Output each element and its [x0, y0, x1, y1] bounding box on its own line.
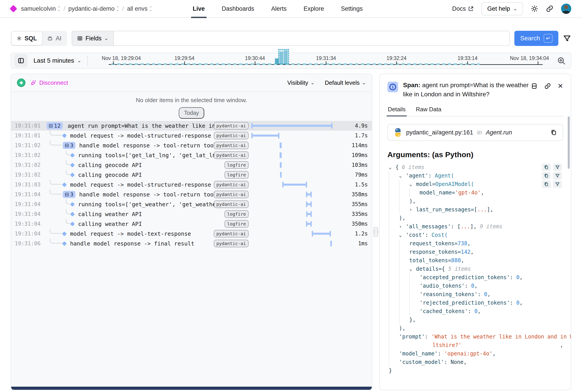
timeline-zoom-button[interactable]	[556, 56, 566, 65]
tab-raw-data[interactable]: Raw Data	[415, 104, 442, 116]
tag-pill[interactable]: pydantic-ai	[214, 200, 249, 208]
copy-value-button[interactable]	[542, 164, 551, 171]
tag-pill[interactable]: pydantic-ai	[214, 142, 249, 149]
share-link-button[interactable]	[546, 5, 553, 12]
expand-chevron-icon[interactable]: ›	[399, 224, 406, 229]
tag-pill[interactable]: logfire	[224, 171, 249, 178]
filter-button[interactable]	[563, 34, 571, 42]
scrollbar-thumb[interactable]	[568, 116, 570, 169]
close-panel-button[interactable]: ✕	[558, 82, 563, 90]
expand-chevron-icon[interactable]: ›	[409, 207, 416, 212]
ai-mode-button[interactable]: AI	[42, 32, 67, 45]
breadcrumb-env[interactable]: all envs ⌃⌄	[127, 5, 152, 12]
collapse-badge[interactable]: ⊟3	[63, 191, 75, 198]
tag-pill[interactable]: pydantic-ai	[214, 191, 249, 198]
tab-explore[interactable]: Explore	[303, 0, 325, 18]
tag-pill[interactable]: pydantic-ai	[214, 230, 249, 238]
query-mode-switch: SQL AI	[11, 31, 67, 46]
disconnect-button[interactable]: Disconnect	[30, 80, 68, 86]
filter-value-button[interactable]	[553, 164, 562, 171]
sidebar-toggle-button[interactable]	[14, 54, 28, 67]
duration-bar[interactable]	[251, 135, 279, 137]
trace-row[interactable]: 19:31:03model request -> model-structure…	[11, 180, 372, 190]
trace-row[interactable]: 19:31:04running tools=['get_weather', 'g…	[11, 199, 372, 209]
tag-pill[interactable]: pydantic-ai	[214, 122, 249, 130]
duration-bar[interactable]	[280, 154, 282, 156]
trace-row[interactable]: 19:31:02calling geocode APIlogfire79ms	[11, 170, 372, 180]
duration-bar[interactable]	[251, 125, 333, 127]
theme-toggle-button[interactable]	[531, 5, 538, 12]
time-range-dropdown[interactable]: Last 5 minutes ⌄	[28, 57, 87, 64]
trace-row[interactable]: 19:31:01model request -> model-structure…	[11, 131, 372, 140]
duration-bar[interactable]	[306, 223, 312, 225]
tab-dashboards[interactable]: Dashboards	[221, 0, 255, 18]
tag-pill[interactable]: pydantic-ai	[214, 181, 249, 188]
copy-source-button[interactable]	[550, 129, 557, 136]
tab-settings[interactable]: Settings	[341, 0, 363, 18]
visibility-dropdown[interactable]: Visibility ⌄	[287, 80, 315, 86]
breadcrumb-org[interactable]: samuelcolvin ⌃⌄	[21, 5, 61, 12]
live-tail-bar[interactable]	[11, 387, 372, 390]
panel-resize-handle[interactable]: ⋮⋮	[373, 227, 378, 237]
dock-panel-button[interactable]	[531, 82, 538, 90]
trace-row[interactable]: 19:31:04calling weather APIlogfire350ms	[11, 219, 372, 229]
tab-live[interactable]: Live	[192, 0, 205, 18]
collapse-chevron-icon[interactable]: ⌄	[409, 182, 416, 187]
trace-row[interactable]: 19:31:02running tools=['get_lat_lng', 'g…	[11, 150, 372, 160]
collapse-badge[interactable]: ⊟3	[63, 142, 75, 149]
trace-row[interactable]: 19:31:04calling weather APIlogfire335ms	[11, 209, 372, 219]
sql-mode-button[interactable]: SQL	[12, 32, 42, 45]
tag-pill[interactable]: logfire	[224, 161, 249, 169]
duration-bar[interactable]	[280, 172, 282, 178]
tag-pill[interactable]: pydantic-ai	[214, 152, 249, 159]
user-avatar[interactable]	[561, 4, 571, 14]
get-help-button[interactable]: Get help ⌄	[481, 2, 523, 16]
code-token: 'agent'	[406, 172, 428, 179]
trace-row[interactable]: 19:31:04model request -> model-text-resp…	[11, 229, 372, 238]
duration-bar[interactable]	[280, 162, 282, 168]
tab-alerts[interactable]: Alerts	[271, 0, 287, 18]
copy-value-button[interactable]	[542, 180, 551, 188]
tag-pill[interactable]: logfire	[224, 210, 249, 218]
duration-bar[interactable]	[312, 233, 331, 235]
today-button[interactable]: Today	[179, 107, 204, 119]
duration-bar[interactable]	[306, 203, 312, 205]
logfire-logo[interactable]	[10, 5, 17, 12]
search-button[interactable]: Search ↵	[514, 31, 558, 46]
docs-link[interactable]: Docs	[452, 5, 474, 12]
trace-row[interactable]: 19:31:02calling geocode APIlogfire103ms	[11, 160, 372, 170]
histogram-bar[interactable]	[275, 58, 279, 64]
indent-guide	[389, 332, 399, 341]
search-input[interactable]	[114, 31, 510, 46]
copy-value-button[interactable]	[542, 172, 551, 180]
collapse-chevron-icon[interactable]: ⌄	[399, 232, 406, 238]
duration-bar[interactable]	[330, 241, 332, 246]
collapse-chevron-icon[interactable]: ⌄	[409, 266, 416, 272]
collapse-badge[interactable]: ⊟12	[47, 122, 63, 129]
trace-row[interactable]: 19:31:06handle model response -> final r…	[11, 238, 372, 248]
collapse-chevron-icon[interactable]: ⌄	[399, 173, 406, 178]
filter-value-button[interactable]	[553, 180, 562, 188]
duration-bar[interactable]	[282, 184, 307, 186]
tab-details[interactable]: Details	[387, 104, 406, 116]
duration-bar[interactable]	[280, 144, 282, 146]
duration-bar[interactable]	[306, 194, 312, 196]
fields-dropdown[interactable]: Fields ⌄	[72, 31, 114, 46]
trace-tag-cell: pydantic-ai	[214, 152, 251, 159]
filter-value-button[interactable]	[553, 172, 562, 180]
copy-link-button[interactable]	[544, 82, 551, 90]
tag-pill[interactable]: logfire	[224, 220, 249, 228]
duration-bar[interactable]	[306, 213, 312, 215]
timeline[interactable]: Nov 18, 19:29:0419:29:5419:30:4419:31:34…	[91, 53, 555, 68]
default-levels-dropdown[interactable]: Default levels ⌄	[325, 80, 366, 86]
trace-row[interactable]: 19:31:04⊟3handle model response -> tool-…	[11, 190, 372, 199]
collapse-chevron-icon[interactable]: ⌄	[389, 164, 395, 170]
trace-row[interactable]: 19:31:02⊟3handle model response -> tool-…	[11, 140, 372, 150]
histogram-selection[interactable]	[278, 49, 289, 64]
code-line: ),	[389, 214, 563, 222]
tag-pill[interactable]: pydantic-ai	[214, 240, 249, 247]
trace-row[interactable]: 19:31:01⊟12agent run prompt=What is the …	[11, 121, 372, 131]
tag-pill[interactable]: pydantic-ai	[214, 132, 249, 139]
breadcrumb-project[interactable]: pydantic-ai-demo ⌃⌄	[68, 5, 119, 12]
source-location[interactable]: pydantic_ai/agent.py:161 in Agent.run	[387, 124, 563, 141]
